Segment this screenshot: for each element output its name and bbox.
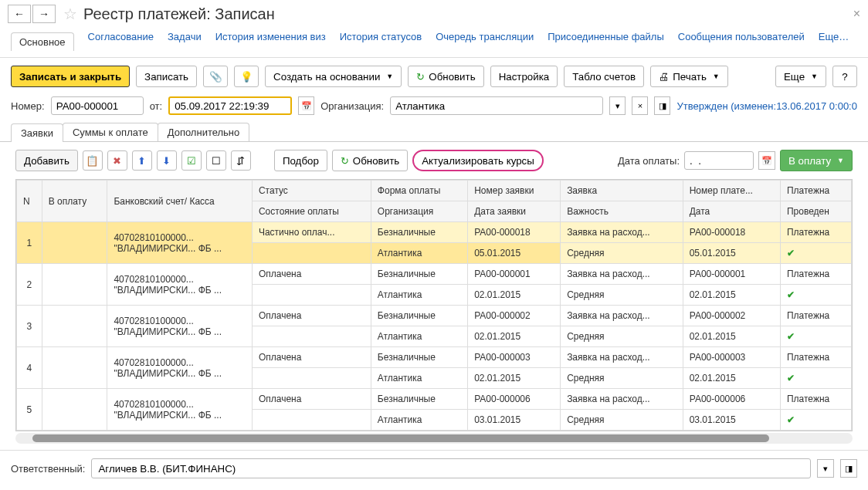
cell-pay[interactable]: Платежна xyxy=(780,222,851,243)
org-dropdown[interactable]: ▾ xyxy=(609,96,626,115)
settings-button[interactable]: Настройка xyxy=(490,66,558,87)
cell-account[interactable]: 40702810100000... "ВЛАДИМИРСКИ... ФБ ... xyxy=(107,389,253,431)
cell-org[interactable]: Атлантика xyxy=(371,243,467,264)
cell-account[interactable]: 40702810100000... "ВЛАДИМИРСКИ... ФБ ... xyxy=(107,306,253,347)
cell-account[interactable]: 40702810100000... "ВЛАДИМИРСКИ... ФБ ... xyxy=(107,264,253,306)
col-reqno[interactable]: Номер заявки xyxy=(468,181,561,201)
cell-payno[interactable]: РА00-000006 xyxy=(683,389,780,410)
cell-imp[interactable]: Средняя xyxy=(561,243,683,264)
org-input[interactable] xyxy=(390,96,603,115)
cell-state[interactable] xyxy=(252,243,371,264)
nav-files[interactable]: Присоединенные файлы xyxy=(548,31,664,49)
cell-done[interactable]: ✔ xyxy=(780,368,851,389)
cell-form[interactable]: Безналичные xyxy=(371,389,467,410)
tab-requests[interactable]: Заявки xyxy=(11,123,63,142)
col-status[interactable]: Статус xyxy=(252,181,371,201)
h-scrollbar[interactable] xyxy=(15,433,853,444)
close-icon[interactable]: × xyxy=(853,7,860,21)
toggle-icon[interactable]: ⇵ xyxy=(231,150,251,171)
nav-tasks[interactable]: Задачи xyxy=(168,31,202,49)
pick-button[interactable]: Подбор xyxy=(274,150,327,171)
tab-sums[interactable]: Суммы к оплате xyxy=(63,123,158,141)
nav-main[interactable]: Основное xyxy=(11,32,74,51)
col-form[interactable]: Форма оплаты xyxy=(371,181,467,201)
col-account[interactable]: Банковский счет/ Касса xyxy=(107,181,253,222)
cell-payno[interactable]: РА00-000001 xyxy=(683,264,780,285)
nav-more[interactable]: Еще… xyxy=(819,31,849,49)
cell-reqdate[interactable]: 02.01.2015 xyxy=(468,285,561,306)
cell-status[interactable]: Оплачена xyxy=(252,347,371,368)
col-imp[interactable]: Важность xyxy=(561,201,683,222)
cell-done[interactable]: ✔ xyxy=(780,285,851,306)
nav-visa-history[interactable]: История изменения виз xyxy=(215,31,326,49)
save-close-button[interactable]: Записать и закрыть xyxy=(11,66,130,87)
cell-topay[interactable] xyxy=(42,306,107,347)
date-input[interactable] xyxy=(168,96,292,115)
more-button[interactable]: Еще▼ xyxy=(775,66,826,87)
star-icon[interactable]: ☆ xyxy=(63,5,77,23)
cell-topay[interactable] xyxy=(42,347,107,389)
delete-icon[interactable]: ✖ xyxy=(107,150,127,171)
up-icon[interactable]: ⬆ xyxy=(132,150,152,171)
cell-org[interactable]: Атлантика xyxy=(371,326,467,347)
cell-reqno[interactable]: РА00-000018 xyxy=(468,222,561,243)
cell-pay[interactable]: Платежна xyxy=(780,389,851,410)
cell-done[interactable]: ✔ xyxy=(780,410,851,431)
copy-icon[interactable]: 📋 xyxy=(83,150,103,171)
resp-open[interactable]: ◨ xyxy=(840,459,857,478)
col-org[interactable]: Организация xyxy=(371,201,467,222)
cell-org[interactable]: Атлантика xyxy=(371,410,467,431)
cell-form[interactable]: Безналичные xyxy=(371,222,467,243)
cell-n[interactable]: 4 xyxy=(17,347,42,389)
cell-org[interactable]: Атлантика xyxy=(371,368,467,389)
cell-status[interactable]: Частично оплач... xyxy=(252,222,371,243)
cell-form[interactable]: Безналичные xyxy=(371,347,467,368)
cell-pay[interactable]: Платежна xyxy=(780,264,851,285)
cell-req[interactable]: Заявка на расход... xyxy=(561,222,683,243)
col-req[interactable]: Заявка xyxy=(561,181,683,201)
cell-reqno[interactable]: РА00-000003 xyxy=(468,347,561,368)
cell-state[interactable] xyxy=(252,285,371,306)
cell-topay[interactable] xyxy=(42,222,107,264)
cell-payno[interactable]: РА00-000002 xyxy=(683,306,780,326)
col-date[interactable]: Дата xyxy=(683,201,780,222)
cell-done[interactable]: ✔ xyxy=(780,243,851,264)
cell-date[interactable]: 02.01.2015 xyxy=(683,368,780,389)
col-topay[interactable]: В оплату xyxy=(42,181,107,222)
attach-button[interactable]: 📎 xyxy=(203,66,228,87)
nav-messages[interactable]: Сообщения пользователей xyxy=(678,31,805,49)
col-n[interactable]: N xyxy=(17,181,42,222)
cell-n[interactable]: 1 xyxy=(17,222,42,264)
nav-approval[interactable]: Согласование xyxy=(88,31,154,49)
tab-additional[interactable]: Дополнительно xyxy=(158,123,250,141)
print-button[interactable]: 🖨Печать▼ xyxy=(650,66,728,87)
cell-imp[interactable]: Средняя xyxy=(561,285,683,306)
number-input[interactable] xyxy=(51,96,144,115)
cell-n[interactable]: 5 xyxy=(17,389,42,431)
uncheck-icon[interactable]: ☐ xyxy=(206,150,226,171)
create-based-button[interactable]: Создать на основании▼ xyxy=(265,66,402,87)
cell-pay[interactable]: Платежна xyxy=(780,306,851,326)
cell-status[interactable]: Оплачена xyxy=(252,306,371,326)
cell-topay[interactable] xyxy=(42,389,107,431)
cell-form[interactable]: Безналичные xyxy=(371,306,467,326)
col-done[interactable]: Проведен xyxy=(780,201,851,222)
responsible-input[interactable] xyxy=(91,458,811,478)
col-pay[interactable]: Платежна xyxy=(780,181,851,201)
cell-status[interactable]: Оплачена xyxy=(252,389,371,410)
cell-imp[interactable]: Средняя xyxy=(561,410,683,431)
cell-reqno[interactable]: РА00-000006 xyxy=(468,389,561,410)
add-button[interactable]: Добавить xyxy=(15,150,78,171)
cell-reqdate[interactable]: 02.01.2015 xyxy=(468,326,561,347)
status-link[interactable]: Утвержден (изменен:13.06.2017 0:00:0 xyxy=(676,100,856,112)
cell-status[interactable]: Оплачена xyxy=(252,264,371,285)
cell-reqno[interactable]: РА00-000001 xyxy=(468,264,561,285)
cell-reqno[interactable]: РА00-000002 xyxy=(468,306,561,326)
help-button[interactable]: ? xyxy=(832,66,857,87)
col-payno[interactable]: Номер плате... xyxy=(683,181,780,201)
cell-n[interactable]: 3 xyxy=(17,306,42,347)
nav-queue[interactable]: Очередь трансляции xyxy=(436,31,534,49)
cell-req[interactable]: Заявка на расход... xyxy=(561,306,683,326)
cell-reqdate[interactable]: 03.01.2015 xyxy=(468,410,561,431)
sub-refresh-button[interactable]: ↻Обновить xyxy=(332,150,408,171)
